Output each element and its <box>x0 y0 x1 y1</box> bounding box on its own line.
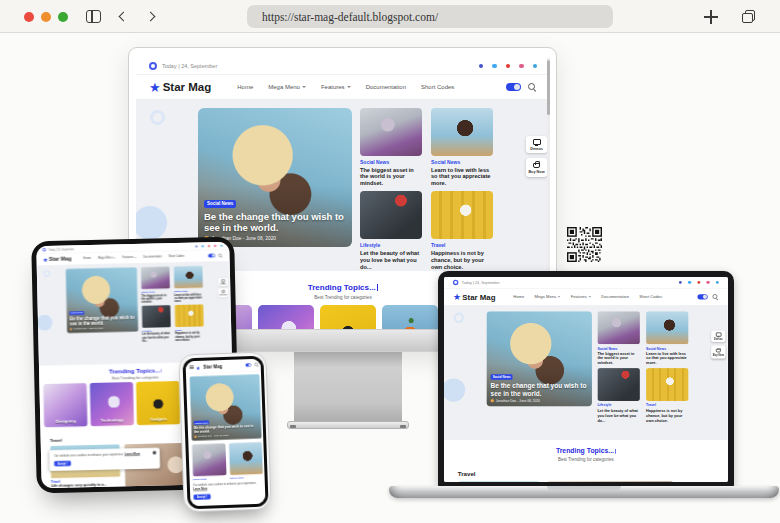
search-icon[interactable] <box>254 362 258 366</box>
buy-now-button[interactable]: Buy Now <box>218 288 228 297</box>
post-card[interactable]: Social News The biggest asset in the wor… <box>360 108 422 187</box>
buy-now-button[interactable]: Buy Now <box>526 158 547 177</box>
featured-post[interactable]: Social News Be the change that you wish … <box>189 373 262 440</box>
twitter-icon[interactable] <box>492 64 497 69</box>
post-card[interactable]: Social News Learn to live with less so t… <box>646 311 688 365</box>
dark-mode-toggle[interactable] <box>245 363 251 367</box>
post-category-badge[interactable]: Social News <box>69 311 84 315</box>
brand-name[interactable]: Star Mag <box>163 81 212 93</box>
category-tile-gadgets[interactable]: Gadgets <box>136 381 181 426</box>
post-category[interactable]: Social News <box>597 346 639 350</box>
youtube-icon[interactable] <box>506 64 511 69</box>
post-card[interactable]: Travel Happiness is not by chance, but b… <box>175 304 205 342</box>
brand-name[interactable]: Star Mag <box>462 293 495 301</box>
post-title[interactable]: Happiness is not by chance, but by your … <box>431 250 493 271</box>
post-title[interactable]: The biggest asset in the world is your m… <box>360 167 422 188</box>
cookie-learn-more-link[interactable]: Learn More <box>193 487 207 490</box>
twitter-icon[interactable] <box>688 281 691 284</box>
post-card[interactable]: Travel Happiness is not by chance, but b… <box>431 191 493 270</box>
nav-item-features[interactable]: Features <box>571 295 591 299</box>
nav-item-features[interactable]: Features <box>321 84 351 90</box>
category-tile-gadgets[interactable]: Gadgets <box>320 305 376 331</box>
category-tile-cooking[interactable]: Cooking <box>382 305 438 331</box>
post-category[interactable]: Lifestyle <box>597 403 639 407</box>
instagram-icon[interactable] <box>706 281 709 284</box>
forward-button[interactable] <box>146 12 156 22</box>
demos-button[interactable]: Demos <box>711 330 725 342</box>
nav-item-home[interactable]: Home <box>84 257 91 260</box>
post-category[interactable]: Travel <box>646 403 688 407</box>
post-card[interactable]: Social News Learn to live with less so t… <box>174 266 204 304</box>
youtube-icon[interactable] <box>208 245 210 247</box>
dark-mode-toggle[interactable] <box>697 294 707 299</box>
facebook-icon[interactable] <box>479 64 484 69</box>
post-category[interactable]: Social News <box>360 159 422 165</box>
post-category-badge[interactable]: Social News <box>193 420 208 424</box>
post-category-badge[interactable]: Social News <box>204 200 236 208</box>
new-tab-button[interactable] <box>704 10 718 24</box>
cookie-learn-more-link[interactable]: Learn More <box>125 452 141 456</box>
nav-item-short-codes[interactable]: Short Codes <box>421 84 454 90</box>
featured-post-title[interactable]: Be the change that you wish to see in th… <box>69 315 135 327</box>
post-category[interactable]: Social News <box>431 159 493 165</box>
facebook-icon[interactable] <box>195 245 197 247</box>
post-card[interactable]: Social News The biggest asset in the wor… <box>141 266 171 304</box>
post-category[interactable]: Social News <box>229 475 263 479</box>
post-card[interactable]: Social News <box>228 441 263 479</box>
nav-item-mega-menu[interactable]: Mega Menu <box>98 256 116 259</box>
nav-item-home[interactable]: Home <box>513 295 524 299</box>
post-title[interactable]: Learn to live with less so that you appr… <box>646 351 688 365</box>
post-title[interactable]: The biggest asset in the world is your m… <box>597 351 639 365</box>
category-tile-technology[interactable]: Technology <box>90 382 135 427</box>
dark-mode-toggle[interactable] <box>506 83 521 91</box>
minimize-window-button[interactable] <box>41 12 51 22</box>
nav-item-documentation[interactable]: Documentation <box>601 295 629 299</box>
brand-name[interactable]: Star Mag <box>203 363 222 369</box>
post-title[interactable]: Let the beauty of what you love be what … <box>360 250 422 271</box>
post-title[interactable]: Happiness is not by chance, but by your … <box>646 408 688 422</box>
dark-mode-toggle[interactable] <box>208 254 215 258</box>
nav-item-mega-menu[interactable]: Mega Menu <box>535 295 561 299</box>
featured-post-title[interactable]: Be the change that you wish to see in th… <box>204 212 346 234</box>
cookie-accept-button[interactable]: Accept ! <box>193 494 210 500</box>
nav-item-documentation[interactable]: Documentation <box>143 255 162 258</box>
post-category-badge[interactable]: Social News <box>491 374 513 379</box>
featured-post-title[interactable]: Be the change that you wish to see in th… <box>491 382 588 397</box>
post-card[interactable]: Social News The biggest asset in the wor… <box>597 311 639 365</box>
post-category[interactable]: Lifestyle <box>360 242 422 248</box>
address-bar[interactable]: https://star-mag-default.blogspot.com/ <box>247 5 613 28</box>
featured-post[interactable]: Social News Be the change that you wish … <box>66 267 139 333</box>
search-icon[interactable] <box>713 294 719 300</box>
nav-item-short-codes[interactable]: Short Codes <box>169 255 185 258</box>
featured-post-title[interactable]: Be the change that you wish to see in th… <box>193 424 258 434</box>
post-card[interactable]: Social News Learn to live with less so t… <box>431 108 493 187</box>
post-title[interactable]: Happiness is not by chance, but by your … <box>175 332 204 342</box>
instagram-icon[interactable] <box>214 245 216 247</box>
nav-item-mega-menu[interactable]: Mega Menu <box>268 84 306 90</box>
post-title[interactable]: The biggest asset in the world is your m… <box>141 294 170 304</box>
featured-post[interactable]: Social News Be the change that you wish … <box>486 311 591 406</box>
search-icon[interactable] <box>218 253 222 257</box>
youtube-icon[interactable] <box>697 281 700 284</box>
instagram-icon[interactable] <box>519 64 524 69</box>
post-card[interactable]: Social News <box>191 443 226 481</box>
back-button[interactable] <box>119 12 129 22</box>
post-title[interactable]: Learn to live with less so that you appr… <box>174 293 203 303</box>
demos-button[interactable]: Demos <box>218 278 228 286</box>
featured-post[interactable]: Social News Be the change that you wish … <box>198 108 352 247</box>
telegram-icon[interactable] <box>220 245 222 247</box>
post-title[interactable]: Let the beauty of what you love be what … <box>142 332 171 342</box>
fullscreen-window-button[interactable] <box>58 12 68 22</box>
post-title[interactable]: Life changes very quickly in a... <box>51 482 121 488</box>
facebook-icon[interactable] <box>679 281 682 284</box>
brand-name[interactable]: Star Mag <box>49 256 72 262</box>
sidebar-toggle-icon[interactable] <box>86 10 101 23</box>
hamburger-menu-icon[interactable] <box>189 365 193 368</box>
post-category[interactable]: Social News <box>646 346 688 350</box>
post-card[interactable]: Travel Happiness is not by chance, but b… <box>646 368 688 422</box>
buy-now-button[interactable]: Buy Now <box>711 346 725 359</box>
post-card[interactable]: Travel Life changes very quickly in a... <box>458 481 540 482</box>
post-card[interactable]: Lifestyle Let the beauty of what you lov… <box>360 191 422 270</box>
category-tile-designing[interactable]: Designing <box>43 383 88 428</box>
post-card[interactable]: Lifestyle Let the beauty of what you lov… <box>142 305 172 343</box>
